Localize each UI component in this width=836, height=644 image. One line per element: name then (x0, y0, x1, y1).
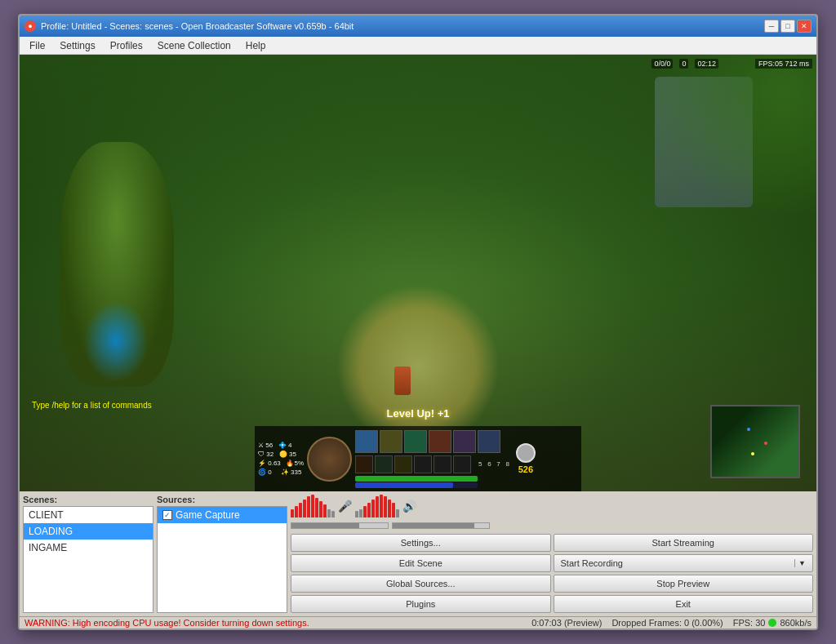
stop-preview-button[interactable]: Stop Preview (554, 575, 814, 593)
hud-time: 02:12 (695, 59, 718, 69)
window-controls: ─ □ ✕ (764, 20, 812, 33)
buttons-grid: Settings... Start Streaming Edit Scene S… (291, 534, 813, 613)
hud-cs: 0 (679, 59, 688, 69)
player-stats: ⚔ 56 💠 4 🛡 32 🟡 35 ⚡ 0.63 🔥5% 🌀 0 ✨ 335 (258, 442, 304, 476)
menu-help[interactable]: Help (239, 38, 273, 53)
menu-settings[interactable]: Settings (53, 38, 101, 53)
scenes-list[interactable]: CLIENT LOADING INGAME (23, 506, 153, 613)
hud-top-right: 0/0/0 0 02:12 (651, 59, 718, 69)
fountain-circle (336, 285, 500, 448)
edit-scene-button[interactable]: Edit Scene (291, 554, 551, 572)
bottom-panel: Scenes: CLIENT LOADING INGAME Sources: ✓… (20, 491, 816, 628)
maximize-button[interactable]: □ (780, 20, 795, 33)
start-streaming-button[interactable]: Start Streaming (554, 534, 814, 552)
global-sources-button[interactable]: Global Sources... (291, 575, 551, 593)
mic-meter (291, 495, 335, 517)
source-name: Game Capture (176, 509, 240, 521)
speaker-volume-slider[interactable] (392, 522, 490, 529)
menu-scene-collection[interactable]: Scene Collection (151, 38, 238, 53)
minimap-dot-self (751, 452, 754, 455)
item-3 (394, 455, 412, 473)
bitrate-value: 860kb/s (780, 618, 812, 628)
plugins-button[interactable]: Plugins (291, 595, 551, 613)
settings-button[interactable]: Settings... (291, 534, 551, 552)
menu-bar: File Settings Profiles Scene Collection … (20, 37, 816, 55)
close-button[interactable]: ✕ (797, 20, 812, 33)
exp-bars: 5 6 7 8 (478, 460, 509, 468)
start-recording-button[interactable]: Start Recording ▼ (554, 554, 814, 572)
fps-dot (768, 619, 776, 627)
meter-bar-2 (295, 506, 298, 517)
sources-label: Sources: (157, 495, 287, 504)
champion-sprite (394, 366, 411, 395)
status-bar: WARNING: High encoding CPU usage! Consid… (20, 616, 816, 628)
level-up-text: Level Up! +1 (387, 407, 450, 420)
recording-dropdown-arrow[interactable]: ▼ (794, 559, 806, 567)
fps-indicator: FPS: 30 860kb/s (733, 618, 812, 628)
meter-bar-10 (327, 509, 331, 517)
meter-bar-r5 (371, 500, 375, 517)
meter-bar-11 (331, 511, 335, 517)
preview-time: 0:07:03 (Preview) (531, 618, 602, 628)
meter-bar-1 (291, 509, 294, 517)
minimap-inner (712, 406, 798, 477)
item-4 (414, 455, 432, 473)
item-5 (434, 455, 451, 473)
title-bar: ● Profile: Untitled - Scenes: scenes - O… (20, 16, 816, 37)
sources-list[interactable]: ✓ Game Capture (157, 506, 287, 613)
speaker-volume-fill (393, 523, 474, 528)
meter-bar-r7 (380, 495, 383, 517)
item-row-bottom: 5 6 7 8 (355, 455, 509, 473)
scene-client[interactable]: CLIENT (24, 507, 153, 523)
hp-mana-bar-area (355, 476, 509, 488)
hud-score: 0/0/0 (651, 59, 673, 69)
minimize-button[interactable]: ─ (764, 20, 779, 33)
champion-portrait (307, 437, 352, 482)
ability-f (478, 430, 500, 453)
title-bar-left: ● Profile: Untitled - Scenes: scenes - O… (24, 20, 354, 32)
source-game-capture[interactable]: ✓ Game Capture (158, 507, 287, 523)
mic-volume-slider[interactable] (291, 522, 389, 529)
meter-bar-4 (303, 500, 306, 517)
minimap-dot-ally (747, 428, 750, 431)
sources-panel: Sources: ✓ Game Capture (157, 495, 287, 613)
meter-bar-r11 (396, 509, 399, 517)
meter-bar-r10 (392, 503, 395, 517)
meter-bar-8 (319, 501, 322, 517)
menu-file[interactable]: File (23, 38, 51, 53)
ability-q (355, 430, 378, 453)
app-icon: ● (24, 20, 36, 32)
meter-bar-r8 (384, 496, 387, 517)
meter-bar-5 (307, 496, 310, 517)
minimap (710, 405, 800, 478)
scene-loading[interactable]: LOADING (24, 523, 153, 540)
game-preview: Type /help for a list of commands Level … (20, 55, 816, 491)
speaker-icon: 🔊 (402, 500, 416, 513)
controls-panel: 🎤 🔊 (291, 495, 813, 613)
gold-display: 526 (516, 443, 536, 474)
ability-d (453, 430, 476, 453)
warning-text: WARNING: High encoding CPU usage! Consid… (24, 618, 522, 628)
panel-main: Scenes: CLIENT LOADING INGAME Sources: ✓… (20, 491, 816, 616)
minimap-dot-enemy (764, 442, 767, 445)
help-text: Type /help for a list of commands (32, 401, 152, 410)
exit-button[interactable]: Exit (554, 595, 814, 613)
item-slots (355, 455, 471, 473)
meter-bar-r6 (376, 496, 379, 517)
meter-bar-r4 (367, 503, 371, 517)
scenes-panel: Scenes: CLIENT LOADING INGAME (23, 495, 153, 613)
obs-main-window: ● Profile: Untitled - Scenes: scenes - O… (18, 14, 818, 630)
ability-w (380, 430, 402, 453)
dropped-frames: Dropped Frames: 0 (0.00%) (611, 618, 723, 628)
scenes-label: Scenes: (23, 495, 153, 504)
menu-profiles[interactable]: Profiles (104, 38, 149, 53)
item-2 (375, 455, 393, 473)
meter-bar-9 (323, 504, 327, 517)
game-hud-bottom: ⚔ 56 💠 4 🛡 32 🟡 35 ⚡ 0.63 🔥5% 🌀 0 ✨ 335 (255, 426, 581, 491)
source-checkbox[interactable]: ✓ (162, 510, 172, 520)
ability-e (404, 430, 427, 453)
audio-section: 🎤 🔊 (291, 495, 813, 517)
scene-ingame[interactable]: INGAME (24, 540, 153, 556)
preview-area: Type /help for a list of commands Level … (20, 55, 816, 491)
bg-hills (20, 55, 816, 229)
